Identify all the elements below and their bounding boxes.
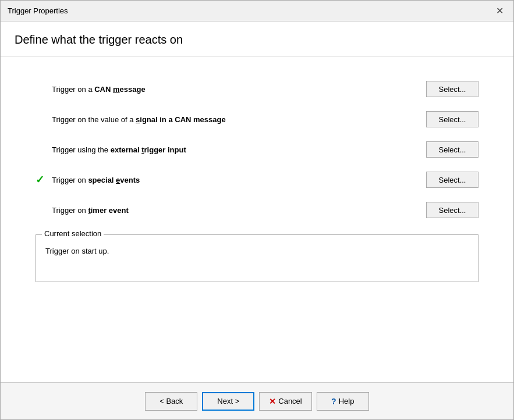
trigger-label-can-message: Trigger on a CAN message [36, 85, 146, 94]
help-label: Help [339, 397, 355, 405]
trigger-label-signal-can: Trigger on the value of a signal in a CA… [36, 115, 226, 124]
current-selection-box: Current selection Trigger on start up. [36, 234, 478, 282]
page-title: Define what the trigger reacts on [15, 33, 499, 47]
checkmark-special-events: ✓ [36, 173, 47, 186]
current-selection-content: Trigger on start up. [36, 235, 478, 282]
trigger-text-timer: Trigger on timer event [52, 206, 129, 215]
back-label: < Back [159, 397, 183, 405]
help-icon: ? [331, 397, 336, 406]
back-button[interactable]: < Back [145, 392, 197, 411]
select-button-special-events[interactable]: Select... [426, 172, 478, 188]
window-title: Trigger Properties [8, 6, 68, 15]
trigger-label-special-events: ✓ Trigger on special events [36, 173, 140, 186]
title-bar: Trigger Properties ✕ [1, 1, 513, 22]
select-button-can-message[interactable]: Select... [426, 81, 478, 97]
help-button[interactable]: ? Help [317, 392, 369, 411]
footer: < Back Next > ✕ Cancel ? Help [1, 382, 513, 419]
select-button-timer[interactable]: Select... [426, 202, 478, 218]
cancel-label: Cancel [278, 397, 302, 405]
trigger-text-external: Trigger using the external trigger input [52, 145, 186, 154]
trigger-label-timer: Trigger on timer event [36, 206, 129, 215]
trigger-row-can-message: Trigger on a CAN message Select... [36, 74, 478, 104]
next-button[interactable]: Next > [202, 392, 254, 411]
trigger-text-signal-can: Trigger on the value of a signal in a CA… [52, 115, 226, 124]
page-header: Define what the trigger reacts on [1, 22, 513, 56]
trigger-text-can-message: Trigger on a CAN message [52, 85, 146, 94]
trigger-label-external: Trigger using the external trigger input [36, 145, 186, 154]
close-button[interactable]: ✕ [492, 4, 506, 18]
content-area: Define what the trigger reacts on Trigge… [1, 22, 513, 382]
trigger-text-special-events: Trigger on special events [52, 176, 140, 184]
select-button-external[interactable]: Select... [426, 141, 478, 158]
trigger-row-signal-can: Trigger on the value of a signal in a CA… [36, 104, 478, 134]
trigger-row-external: Trigger using the external trigger input… [36, 134, 478, 165]
trigger-row-special-events: ✓ Trigger on special events Select... [36, 165, 478, 195]
main-content: Trigger on a CAN message Select... Trigg… [1, 56, 513, 382]
trigger-row-timer: Trigger on timer event Select... [36, 195, 478, 225]
select-button-signal-can[interactable]: Select... [426, 111, 478, 127]
current-selection-legend: Current selection [42, 229, 104, 238]
trigger-properties-window: Trigger Properties ✕ Define what the tri… [0, 0, 514, 420]
cancel-icon: ✕ [269, 397, 276, 406]
cancel-button[interactable]: ✕ Cancel [259, 392, 311, 411]
next-label: Next > [217, 397, 239, 405]
